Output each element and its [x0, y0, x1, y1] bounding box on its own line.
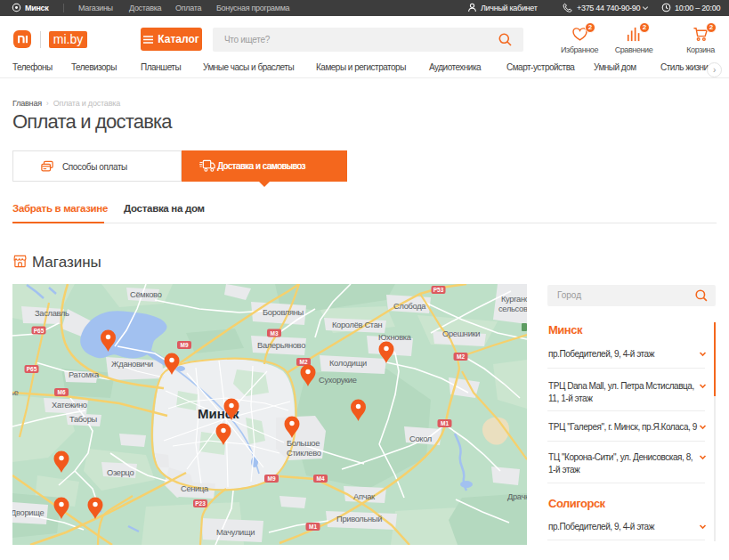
svg-text:Сеница: Сеница [181, 484, 209, 493]
svg-text:М4: М4 [316, 475, 324, 482]
svg-text:М3: М3 [270, 330, 278, 337]
svg-text:лье: лье [12, 388, 19, 397]
svg-text:Стиклево: Стиклево [287, 449, 321, 458]
svg-text:Сёмково: Сёмково [130, 290, 162, 299]
svg-text:Орешники: Орешники [442, 329, 480, 338]
svg-text:М1: М1 [309, 523, 317, 530]
svg-text:М2: М2 [457, 353, 465, 360]
svg-text:М9: М9 [180, 342, 188, 348]
svg-text:Мачулищи: Мачулищи [216, 528, 255, 537]
svg-text:Р53: Р53 [433, 287, 444, 293]
svg-text:Р23: Р23 [195, 500, 206, 507]
svg-text:Дворище: Дворище [12, 508, 44, 517]
svg-text:Сокол: Сокол [409, 434, 432, 443]
svg-text:Ратомка: Ратомка [69, 370, 100, 379]
svg-text:Драчк: Драчк [507, 492, 527, 501]
svg-text:Колодищи: Колодищи [329, 359, 367, 368]
svg-text:Озерцо: Озерцо [107, 468, 134, 477]
svg-text:Ждановичи: Ждановичи [111, 360, 153, 369]
svg-text:Сухорукие: Сухорукие [319, 376, 357, 385]
svg-text:Заславль: Заславль [35, 309, 69, 318]
svg-text:М9: М9 [267, 475, 275, 482]
svg-text:М2: М2 [299, 359, 307, 365]
svg-text:сельсове: сельсове [498, 304, 527, 313]
svg-text:М1: М1 [441, 420, 449, 426]
svg-text:Апчак: Апчак [353, 492, 376, 501]
svg-text:Большое: Большое [287, 439, 320, 448]
svg-text:Слобода: Слобода [393, 302, 426, 311]
svg-text:Юхновка: Юхновка [378, 333, 412, 342]
svg-text:Р65: Р65 [27, 366, 37, 372]
svg-text:Боровляны: Боровляны [263, 308, 304, 317]
svg-text:Таборы: Таборы [69, 415, 98, 424]
svg-text:М6: М6 [57, 389, 65, 395]
svg-text:Курганс: Курганс [501, 295, 527, 304]
svg-text:Валерьяново: Валерьяново [257, 341, 305, 350]
svg-text:Привольный: Привольный [336, 515, 382, 523]
svg-text:Р65: Р65 [34, 328, 45, 334]
svg-text:Хатежино: Хатежино [52, 401, 87, 410]
svg-text:Королёв Стан: Королёв Стан [332, 321, 383, 329]
